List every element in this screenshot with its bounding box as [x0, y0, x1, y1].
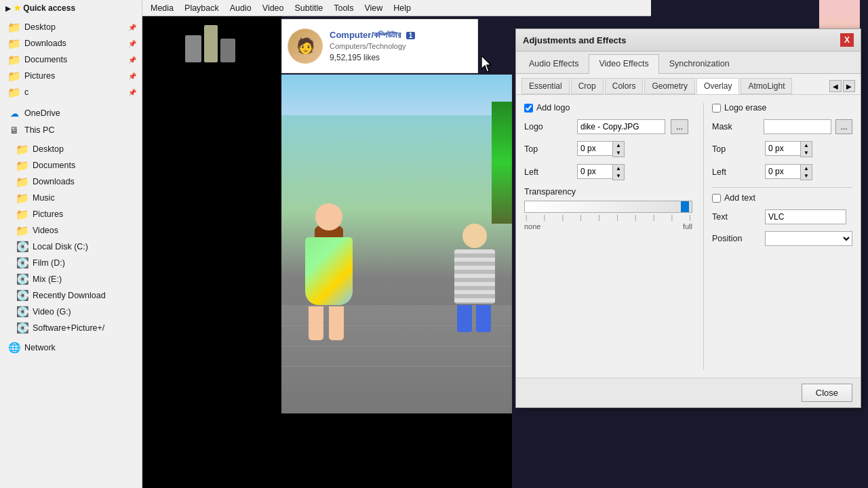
- menu-subtitle[interactable]: Subtitle: [290, 2, 329, 14]
- tab-audio-effects[interactable]: Audio Effects: [519, 54, 589, 73]
- subtab-prev-button[interactable]: ◀: [829, 80, 842, 92]
- spinbox-up[interactable]: ▲: [613, 142, 624, 149]
- sidebar-item-videos-pc[interactable]: 📁 Videos: [0, 222, 142, 239]
- sidebar-item-pictures-qa[interactable]: 📁 Pictures 📌: [0, 68, 142, 84]
- folder-icon: 📁: [8, 21, 20, 33]
- slider-tick-marks: | | | | | | | | | |: [524, 214, 692, 221]
- sidebar-item-onedrive[interactable]: ☁ OneDrive: [0, 103, 142, 121]
- sidebar-item-documents-pc[interactable]: 📁 Documents: [0, 157, 142, 174]
- spinbox-up-erase-left[interactable]: ▲: [801, 165, 812, 172]
- add-text-checkbox[interactable]: [712, 194, 721, 203]
- menu-playback[interactable]: Playback: [179, 2, 224, 14]
- close-button[interactable]: Close: [802, 384, 852, 402]
- position-row: Position Top-left Top-right Bottom-left …: [712, 231, 852, 246]
- quick-access-header[interactable]: ▶ ★ Quick access: [0, 0, 142, 16]
- spinbox-down-erase-left[interactable]: ▼: [801, 172, 812, 180]
- svg-marker-0: [481, 56, 491, 72]
- spinbox-up-erase-top[interactable]: ▲: [801, 142, 812, 149]
- sidebar-item-label: Documents: [33, 161, 136, 170]
- add-logo-checkbox[interactable]: [524, 104, 533, 113]
- subtab-crop[interactable]: Crop: [571, 78, 604, 94]
- add-logo-checkbox-label[interactable]: Add logo: [524, 103, 570, 113]
- quick-access-label: Quick access: [23, 3, 75, 13]
- menu-media[interactable]: Media: [145, 2, 179, 14]
- transparency-section: Transparency | | | | | | | | | |: [524, 187, 692, 230]
- avatar-inner: 🧑: [288, 29, 322, 63]
- sidebar-item-label: Pictures: [33, 209, 136, 219]
- folder-icon: 📁: [16, 224, 28, 237]
- video-content: [281, 75, 512, 413]
- slider-container: [524, 201, 692, 213]
- sidebar-item-video-g[interactable]: 💽 Video (G:): [0, 304, 142, 320]
- spinbox-down[interactable]: ▼: [613, 149, 624, 157]
- spinbox-arrows-erase-left: ▲ ▼: [800, 164, 812, 180]
- sidebar-item-label: Local Disk (C:): [33, 242, 136, 251]
- erase-left-input[interactable]: [765, 164, 800, 179]
- menu-audio[interactable]: Audio: [224, 2, 257, 14]
- tab-video-effects[interactable]: Video Effects: [589, 54, 658, 74]
- logo-left-label: Left: [524, 167, 572, 177]
- mask-input[interactable]: [764, 119, 831, 134]
- sidebar-item-network[interactable]: 🌐 Network: [0, 339, 142, 356]
- logo-erase-text: Logo erase: [724, 103, 767, 113]
- slider-full-label: full: [683, 222, 692, 230]
- sidebar-item-c-qa[interactable]: 📁 c 📌: [0, 84, 142, 100]
- sidebar-item-film-d[interactable]: 💽 Film (D:): [0, 255, 142, 271]
- sidebar-item-label: Downloads: [24, 39, 125, 48]
- menu-video[interactable]: Video: [257, 2, 290, 14]
- logo-browse-button[interactable]: ...: [671, 119, 688, 134]
- sidebar-item-pictures-pc[interactable]: 📁 Pictures: [0, 206, 142, 222]
- folder-icon: 📁: [8, 70, 20, 82]
- slider-thumb[interactable]: [681, 201, 689, 212]
- logo-erase-checkbox[interactable]: [712, 104, 721, 113]
- erase-top-spinbox: ▲ ▼: [765, 141, 812, 157]
- subtab-colors[interactable]: Colors: [605, 78, 644, 94]
- subtab-next-button[interactable]: ▶: [843, 80, 855, 92]
- dialog-left-panel: Add logo Logo ... Top ▲ ▼: [524, 103, 692, 370]
- erase-top-input[interactable]: [765, 141, 800, 156]
- sidebar-item-label: c: [24, 87, 125, 97]
- dialog-close-button[interactable]: X: [840, 33, 854, 47]
- logo-left-input[interactable]: [577, 164, 612, 179]
- sidebar-item-documents-qa[interactable]: 📁 Documents 📌: [0, 52, 142, 68]
- logo-left-row: Left ▲ ▼: [524, 164, 692, 180]
- mask-browse-button[interactable]: ...: [835, 119, 852, 134]
- video-black-left: [142, 16, 281, 488]
- spinbox-up-left[interactable]: ▲: [613, 165, 624, 172]
- sidebar-item-desktop-qa[interactable]: 📁 Desktop 📌: [0, 19, 142, 35]
- position-select[interactable]: Top-left Top-right Bottom-left Bottom-ri…: [765, 231, 852, 246]
- sidebar-item-label: Video (G:): [33, 307, 136, 317]
- drive-icon: 💽: [16, 273, 28, 285]
- quick-access-items: 📁 Desktop 📌 📁 Downloads 📌 📁 Documents 📌 …: [0, 16, 142, 103]
- text-input[interactable]: [765, 209, 846, 224]
- transparency-slider-track[interactable]: [524, 201, 692, 213]
- menu-view[interactable]: View: [359, 2, 388, 14]
- sidebar-item-downloads-pc[interactable]: 📁 Downloads: [0, 174, 142, 190]
- sidebar-item-localdisk-c[interactable]: 💽 Local Disk (C:): [0, 239, 142, 255]
- add-text-checkbox-label[interactable]: Add text: [712, 193, 755, 203]
- logo-left-spinbox: ▲ ▼: [577, 164, 625, 180]
- logo-erase-checkbox-label[interactable]: Logo erase: [712, 103, 767, 113]
- sidebar-item-label: Desktop: [33, 144, 136, 154]
- subtab-atmolight[interactable]: AtmoLight: [741, 78, 792, 94]
- subtab-overlay[interactable]: Overlay: [696, 78, 739, 94]
- logo-input[interactable]: [577, 119, 665, 134]
- menu-tools[interactable]: Tools: [328, 2, 359, 14]
- logo-top-input[interactable]: [577, 141, 612, 156]
- sidebar-item-downloads-qa[interactable]: 📁 Downloads 📌: [0, 35, 142, 52]
- menu-help[interactable]: Help: [388, 2, 416, 14]
- sidebar-item-thispc[interactable]: 🖥 This PC: [0, 121, 142, 138]
- mouse-cursor: [481, 56, 495, 72]
- text-input-row: Text: [712, 209, 852, 224]
- sidebar-item-mix-e[interactable]: 💽 Mix (E:): [0, 271, 142, 287]
- sidebar-item-music-pc[interactable]: 📁 Music: [0, 190, 142, 206]
- spinbox-down-erase-top[interactable]: ▼: [801, 149, 812, 157]
- sidebar-item-desktop-pc[interactable]: 📁 Desktop: [0, 141, 142, 157]
- sidebar-item-recently-download[interactable]: 💽 Recently Download: [0, 287, 142, 304]
- subtab-geometry[interactable]: Geometry: [644, 78, 695, 94]
- spinbox-down-left[interactable]: ▼: [613, 172, 624, 180]
- subtab-essential[interactable]: Essential: [521, 78, 570, 94]
- tab-synchronization[interactable]: Synchronization: [659, 54, 740, 73]
- pc-icon: 🖥: [8, 124, 20, 136]
- sidebar-item-software-pic[interactable]: 💽 Software+Picture+/: [0, 320, 142, 336]
